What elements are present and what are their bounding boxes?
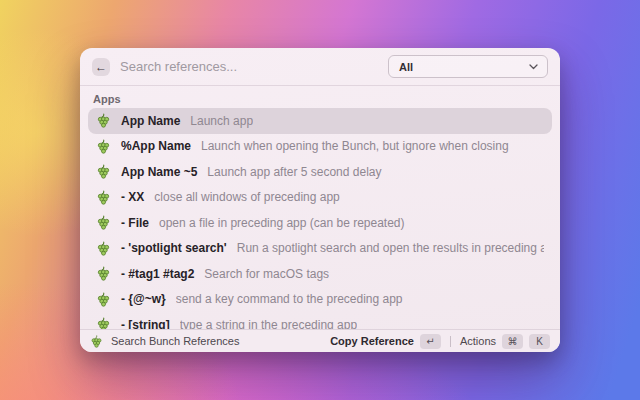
cmd-key-badge: ⌘ <box>502 334 523 349</box>
list-item-title: - 'spotlight search' <box>121 241 227 255</box>
filter-dropdown-value: All <box>399 61 529 73</box>
footer-divider <box>450 336 451 347</box>
list-item[interactable]: App Name ~5 Launch app after 5 second de… <box>88 159 552 185</box>
list-item-title: App Name ~5 <box>121 165 197 179</box>
list-item-subtitle: send a key command to the preceding app <box>176 292 403 306</box>
list-item-subtitle: Search for macOS tags <box>204 267 329 281</box>
list-item-subtitle: Launch app after 5 second delay <box>207 165 381 179</box>
bunch-grapes-icon <box>96 215 111 230</box>
back-button[interactable]: ← <box>92 58 110 76</box>
bunch-grapes-icon <box>96 139 111 154</box>
list-item-subtitle: Launch app <box>190 114 253 128</box>
bunch-grapes-icon <box>96 266 111 281</box>
copy-reference-button[interactable]: Copy Reference ↵ <box>330 334 441 349</box>
footer-source: Search Bunch References <box>90 335 239 348</box>
enter-key-badge: ↵ <box>420 334 441 349</box>
arrow-left-icon: ← <box>95 60 107 74</box>
list-item-title: - {@~w} <box>121 292 166 306</box>
list-item[interactable]: - [string] type a string in the precedin… <box>88 312 552 329</box>
list-item[interactable]: - 'spotlight search' Run a spotlight sea… <box>88 236 552 262</box>
list-item-title: - XX <box>121 190 144 204</box>
bunch-grapes-icon <box>96 241 111 256</box>
footer-actions: Copy Reference ↵ Actions ⌘ K <box>330 334 550 349</box>
chevron-down-icon <box>529 64 538 70</box>
actions-button[interactable]: Actions ⌘ K <box>460 334 550 349</box>
bunch-grapes-icon <box>96 113 111 128</box>
list-item-subtitle: open a file in preceding app (can be rep… <box>159 216 405 230</box>
list-item-subtitle: type a string in the preceding app <box>180 318 357 329</box>
list-item[interactable]: - File open a file in preceding app (can… <box>88 210 552 236</box>
list-item-subtitle: close all windows of preceding app <box>154 190 339 204</box>
bunch-grapes-icon <box>96 317 111 329</box>
list-item-title: %App Name <box>121 139 191 153</box>
launcher-window: ← All Apps App Name Launch app %App Name… <box>80 48 560 352</box>
list-item-title: - [string] <box>121 318 170 329</box>
list-item[interactable]: - #tag1 #tag2 Search for macOS tags <box>88 261 552 287</box>
copy-reference-label: Copy Reference <box>330 335 414 347</box>
search-input[interactable] <box>110 59 388 74</box>
bunch-grapes-icon <box>96 190 111 205</box>
list-item-title: App Name <box>121 114 180 128</box>
actions-label: Actions <box>460 335 496 347</box>
filter-dropdown[interactable]: All <box>388 55 548 78</box>
status-bar: Search Bunch References Copy Reference ↵… <box>80 329 560 352</box>
list-item-subtitle: Run a spotlight search and open the resu… <box>237 241 544 255</box>
list-item-title: - #tag1 #tag2 <box>121 267 194 281</box>
bunch-grapes-icon <box>90 335 103 348</box>
list-item[interactable]: App Name Launch app <box>88 108 552 134</box>
list-item[interactable]: %App Name Launch when opening the Bunch,… <box>88 134 552 160</box>
results-list: Apps App Name Launch app %App Name Launc… <box>80 86 560 329</box>
bunch-grapes-icon <box>96 164 111 179</box>
search-header: ← All <box>80 48 560 86</box>
desktop-background: { "window": { "header": { "search_placeh… <box>0 0 640 400</box>
list-item[interactable]: - XX close all windows of preceding app <box>88 185 552 211</box>
k-key-badge: K <box>529 334 550 349</box>
list-item-subtitle: Launch when opening the Bunch, but ignor… <box>201 139 509 153</box>
list-item[interactable]: - {@~w} send a key command to the preced… <box>88 287 552 313</box>
list-item-title: - File <box>121 216 149 230</box>
section-header-apps: Apps <box>88 86 552 108</box>
footer-source-name: Search Bunch References <box>111 335 239 347</box>
bunch-grapes-icon <box>96 292 111 307</box>
